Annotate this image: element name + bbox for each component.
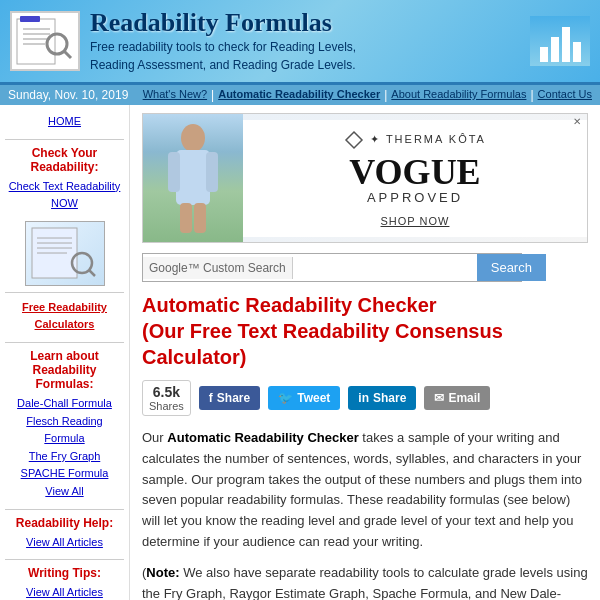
divider-1 [5,139,124,140]
therma-logo-icon [344,130,364,150]
ad-therma-label: ✦ THERMA KÔTA [370,133,486,146]
note-text: We also have separate readability tools … [142,565,588,600]
sidebar-spache[interactable]: SPACHE Formula [5,465,124,483]
sidebar-free-link[interactable]: Free Readability Calculators [5,299,124,334]
sidebar-check: Check Your Readability: Check Text Reada… [5,146,124,213]
nav-links: What's New? | Automatic Readability Chec… [143,88,592,102]
twitter-share-button[interactable]: 🐦 Tweet [268,386,340,410]
sidebar-learn-title: Learn about Readability Formulas: [5,349,124,391]
divider-5 [5,559,124,560]
linkedin-share-button[interactable]: in Share [348,386,416,410]
body-paragraph-1: Our Automatic Readability Checker takes … [142,428,588,553]
ad-close-icon[interactable]: ✕ [573,116,581,127]
email-icon: ✉ [434,391,444,405]
chart-bar-4 [573,42,581,62]
ad-vogue-label: VOGUE [349,154,480,190]
email-share-label: Email [448,391,480,405]
sidebar-fry[interactable]: The Fry Graph [5,448,124,466]
facebook-icon: f [209,391,213,405]
chart-bar-1 [540,47,548,62]
sidebar-book-image [25,221,105,286]
share-bar: 6.5k Shares f Share 🐦 Tweet in Share ✉ E… [142,380,588,416]
svg-marker-23 [346,132,362,148]
divider-4 [5,509,124,510]
sidebar-help-link[interactable]: View All Articles [5,534,124,552]
sidebar-home-link[interactable]: HOME [5,113,124,131]
svg-line-6 [64,51,71,58]
twitter-icon: 🐦 [278,391,293,405]
svg-rect-18 [176,150,210,205]
ad-approved-label: APPROVED [367,190,463,205]
site-subtitle-1: Free readability tools to check for Read… [90,38,520,56]
svg-rect-0 [17,19,55,64]
nav-contact[interactable]: Contact Us [538,88,592,102]
header: Readability Formulas Free readability to… [0,0,600,85]
chart-bar-2 [551,37,559,62]
search-input[interactable] [293,255,477,280]
date-bar: Sunday, Nov. 10, 2019 What's New? | Auto… [0,85,600,105]
sidebar-view-all-formulas[interactable]: View All [5,483,124,501]
sidebar-dale-chall[interactable]: Dale-Chall Formula [5,395,124,413]
date-label: Sunday, Nov. 10, 2019 [8,88,128,102]
sidebar-home: HOME [5,113,124,131]
svg-point-17 [181,124,205,152]
share-count: 6.5k Shares [142,380,191,416]
twitter-share-label: Tweet [297,391,330,405]
svg-rect-7 [20,16,40,22]
site-title: Readability Formulas [90,8,520,38]
sidebar-learn: Learn about Readability Formulas: Dale-C… [5,349,124,501]
svg-rect-22 [194,203,206,233]
sidebar-help-title: Readability Help: [5,516,124,530]
email-share-button[interactable]: ✉ Email [424,386,490,410]
divider-3 [5,342,124,343]
sidebar-check-link[interactable]: Check Text Readability NOW [5,178,124,213]
main-layout: HOME Check Your Readability: Check Text … [0,105,600,600]
header-chart [530,16,590,66]
linkedin-icon: in [358,391,369,405]
sidebar: HOME Check Your Readability: Check Text … [0,105,130,600]
search-bar: Google™ Custom Search Search [142,253,522,282]
sidebar-writing: Writing Tips: View All Articles [5,566,124,600]
linkedin-share-label: Share [373,391,406,405]
sidebar-writing-link[interactable]: View All Articles [5,584,124,600]
nav-about[interactable]: About Readability Formulas [391,88,526,102]
ad-banner-right: ✦ THERMA KÔTA VOGUE APPROVED SHOP NOW [243,120,587,237]
google-label: Google™ Custom Search [143,257,293,279]
svg-rect-21 [180,203,192,233]
sidebar-free: Free Readability Calculators [5,299,124,334]
nav-whats-new[interactable]: What's New? [143,88,207,102]
content-area: ✕ ✦ THERMA KÔTA [130,105,600,600]
facebook-share-button[interactable]: f Share [199,386,260,410]
body-note: (Note: We also have separate readability… [142,563,588,600]
divider-2 [5,292,124,293]
svg-rect-19 [168,152,180,192]
chart-bar-3 [562,27,570,62]
site-subtitle-2: Reading Assessment, and Reading Grade Le… [90,56,520,74]
body-text: Our Automatic Readability Checker takes … [142,428,588,600]
page-title: Automatic Readability Checker (Our Free … [142,292,588,370]
header-title-block: Readability Formulas Free readability to… [90,8,520,74]
svg-rect-20 [206,152,218,192]
nav-checker[interactable]: Automatic Readability Checker [218,88,380,102]
sidebar-writing-title: Writing Tips: [5,566,124,580]
svg-line-14 [89,270,95,276]
header-logo [10,11,80,71]
sidebar-check-title: Check Your Readability: [5,146,124,174]
search-button[interactable]: Search [477,254,546,281]
ad-model-image [143,113,243,243]
sidebar-flesch[interactable]: Flesch Reading Formula [5,413,124,448]
ad-banner: ✕ ✦ THERMA KÔTA [142,113,588,243]
facebook-share-label: Share [217,391,250,405]
sidebar-help: Readability Help: View All Articles [5,516,124,552]
share-label: Shares [149,400,184,412]
share-number: 6.5k [149,384,184,400]
note-bold-label: Note: [146,565,179,580]
ad-shop-link[interactable]: SHOP NOW [381,215,450,227]
